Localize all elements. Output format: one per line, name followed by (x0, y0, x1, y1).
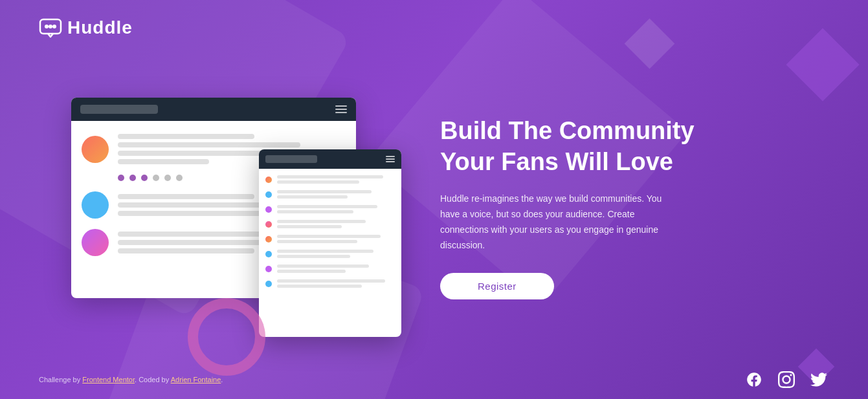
browser-titlebar-front (259, 149, 401, 169)
browser-titlebar-back (71, 98, 356, 121)
hero-description: Huddle re-imagines the way we build comm… (440, 191, 673, 253)
avatar-blue (82, 191, 109, 219)
hero-title: Build The Community Your Fans Will Love (440, 116, 829, 177)
hamburger-icon-back (335, 105, 347, 113)
social-icons (744, 369, 829, 390)
text-line (118, 248, 254, 253)
facebook-icon[interactable] (744, 369, 764, 390)
svg-point-3 (52, 25, 56, 28)
coder-link[interactable]: Adrien Fontaine (171, 376, 221, 383)
small-list-item-6 (265, 250, 395, 258)
small-list-item-1 (265, 175, 395, 184)
instagram-icon[interactable] (776, 369, 797, 390)
register-button[interactable]: Register (440, 273, 554, 299)
small-list-item-8 (265, 279, 395, 288)
challenge-link[interactable]: Frontend Mentor (82, 376, 135, 383)
text-line (118, 134, 254, 139)
small-list-item-4 (265, 220, 395, 228)
footer: Challenge by Frontend Mentor. Coded by A… (0, 369, 868, 399)
text-line (118, 159, 209, 164)
text-line (118, 142, 300, 147)
small-list-item-7 (265, 264, 395, 273)
avatar-pink (82, 229, 109, 256)
phone-circle-decoration (188, 298, 265, 376)
browser-body-front (259, 169, 401, 294)
page-container: Huddle (0, 0, 868, 399)
hamburger-icon-front (386, 156, 395, 162)
text-content: Build The Community Your Fans Will Love … (401, 116, 829, 299)
illustration-area (39, 85, 401, 330)
url-bar-back (80, 105, 158, 114)
mock-browser-front (259, 149, 401, 337)
twitter-icon[interactable] (808, 369, 829, 390)
header: Huddle (0, 0, 868, 39)
main-content: Build The Community Your Fans Will Love … (0, 39, 868, 369)
url-bar-front (265, 155, 317, 163)
footer-credit: Challenge by Frontend Mentor. Coded by A… (39, 376, 223, 383)
logo: Huddle (39, 16, 829, 39)
svg-point-2 (49, 25, 52, 28)
avatar-orange (82, 136, 109, 163)
small-list-item-2 (265, 190, 395, 199)
logo-text: Huddle (67, 17, 133, 38)
small-list-item-3 (265, 205, 395, 213)
small-list-item-5 (265, 235, 395, 243)
text-line (118, 194, 254, 199)
logo-icon (39, 16, 62, 39)
svg-point-1 (45, 25, 49, 28)
